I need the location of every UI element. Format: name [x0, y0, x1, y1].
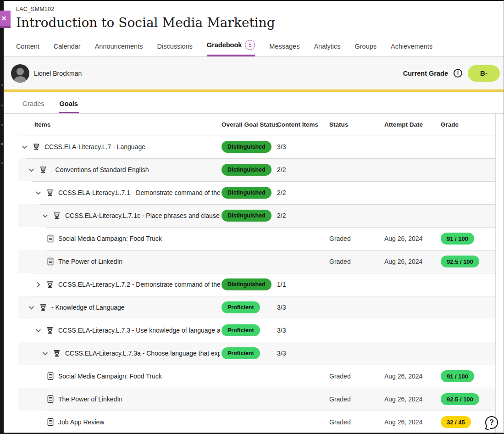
row-divider [46, 388, 495, 388]
gradebook-count-badge: 5 [245, 40, 255, 50]
goal-row[interactable]: CCSS.ELA-Literacy.L.7.1 - Demonstrate co… [18, 181, 495, 204]
goal-row[interactable]: CCSS.ELA-Literacy.L.7.2 - Demonstrate co… [18, 273, 495, 296]
goals-table-body: CCSS.ELA-Literacy.L.7 - LanguageDistingu… [18, 135, 495, 434]
help-icon[interactable]: ? [485, 416, 498, 429]
row-divider [46, 250, 495, 250]
goal-name: CCSS.ELA-Literacy.L.7.1c - Place phrases… [65, 212, 220, 219]
tab-achievements[interactable]: Achievements [391, 43, 432, 56]
course-code: LAC_SMM102 [16, 6, 504, 12]
tab-analytics[interactable]: Analytics [314, 43, 340, 56]
close-icon: ✕ [1, 15, 7, 22]
goal-name: CCSS.ELA-Literacy.L.7 - Language [44, 143, 145, 150]
tab-groups[interactable]: Groups [354, 43, 377, 56]
content-items-count: 2/2 [274, 212, 328, 219]
row-divider [26, 296, 495, 296]
content-items-count: 3/3 [274, 350, 328, 357]
tab-messages[interactable]: Messages [269, 43, 299, 56]
header-overall-goal-status: Overall Goal Status [220, 121, 274, 128]
header-content-items: Content Items [274, 121, 328, 128]
content-item-row[interactable]: Social Media Campaign: Food TruckGradedA… [18, 227, 495, 250]
content-item-row[interactable]: Job App ReviewGradedAug 26, 202432 / 45 [18, 411, 495, 434]
goal-name: - Knowledge of Language [51, 304, 125, 311]
status-value: Graded [328, 418, 383, 426]
row-divider [33, 273, 495, 273]
chevron-down-icon[interactable] [21, 143, 28, 150]
header-status: Status [328, 121, 383, 128]
content-item-row[interactable]: The Power of LinkedInGradedAug 26, 20249… [18, 388, 495, 411]
goals-table-header: Items Overall Goal Status Content Items … [18, 114, 495, 135]
current-grade-label: Current Grade [403, 70, 448, 77]
chevron-down-icon[interactable] [41, 212, 49, 219]
item-name: The Power of LinkedIn [58, 258, 122, 265]
tab-discussions[interactable]: Discussions [157, 43, 192, 56]
status-value: Graded [328, 373, 383, 380]
status-value: Graded [328, 235, 383, 242]
goal-status-badge: Distinguished [222, 278, 271, 290]
row-divider [33, 319, 495, 319]
avatar [11, 64, 29, 83]
tab-goals[interactable]: Goals [59, 97, 79, 113]
chevron-down-icon[interactable] [34, 327, 42, 334]
goal-trophy-icon [39, 166, 47, 174]
rail-icon [1, 124, 3, 126]
chevron-right-icon[interactable] [34, 281, 42, 288]
gradebook-subtabs: Grades Goals [4, 97, 504, 114]
goal-status-badge: Proficient [222, 301, 260, 313]
row-divider [33, 181, 495, 182]
goal-status-badge: Proficient [222, 324, 260, 336]
goal-trophy-icon [39, 303, 47, 312]
status-value: Graded [328, 258, 383, 265]
goal-name: - Conventions of Standard English [51, 166, 149, 173]
goal-name: CCSS.ELA-Literacy.L.7.2 - Demonstrate co… [58, 281, 220, 288]
grade-pill[interactable]: 92.5 / 100 [441, 256, 479, 267]
close-panel-button[interactable]: ✕ [0, 11, 11, 28]
tab-content[interactable]: Content [16, 43, 39, 56]
item-name: Social Media Campaign: Food Truck [58, 373, 162, 380]
goal-status-badge: Distinguished [222, 187, 271, 199]
rail-icon [1, 143, 3, 145]
tab-gradebook[interactable]: Gradebook 5 [207, 40, 255, 56]
rail-icon [1, 162, 3, 164]
row-divider [26, 158, 495, 159]
chevron-down-icon[interactable] [28, 166, 35, 173]
goal-status-badge: Distinguished [222, 141, 271, 153]
goal-row[interactable]: - Knowledge of LanguageProficient3/3 [18, 296, 495, 319]
goal-row[interactable]: CCSS.ELA-Literacy.L.7.3 - Use knowledge … [18, 319, 495, 342]
goal-row[interactable]: CCSS.ELA-Literacy.L.7.3a - Choose langua… [18, 342, 495, 365]
grade-color-bar [4, 89, 504, 92]
content-items-count: 2/2 [274, 166, 328, 173]
content-items-count: 1/1 [274, 281, 328, 288]
goal-status-badge: Distinguished [222, 210, 271, 222]
tab-grades[interactable]: Grades [22, 97, 45, 113]
goal-row[interactable]: CCSS.ELA-Literacy.L.7 - LanguageDistingu… [18, 135, 495, 158]
attempt-date-value: Aug 26, 2024 [383, 395, 438, 403]
goal-row[interactable]: - Conventions of Standard EnglishDisting… [18, 158, 495, 181]
status-value: Graded [328, 395, 383, 403]
goal-status-badge: Proficient [222, 347, 260, 359]
chevron-down-icon[interactable] [28, 304, 35, 311]
document-icon [47, 234, 54, 243]
tab-calendar[interactable]: Calendar [54, 43, 81, 56]
chevron-down-icon[interactable] [34, 189, 42, 196]
content-items-count: 3/3 [274, 304, 328, 311]
attempt-date-value: Aug 26, 2024 [383, 373, 438, 380]
goal-name: CCSS.ELA-Literacy.L.7.3 - Use knowledge … [58, 327, 220, 334]
content-item-row[interactable]: Social Media Campaign: Food TruckGradedA… [18, 365, 495, 388]
chevron-down-icon[interactable] [41, 350, 49, 357]
grade-pill[interactable]: 32 / 45 [441, 416, 471, 428]
tab-announcements[interactable]: Announcements [95, 43, 143, 56]
goal-trophy-icon [53, 211, 61, 220]
grade-pill[interactable]: 91 / 100 [441, 233, 474, 245]
grade-pill[interactable]: 91 / 100 [441, 370, 474, 382]
row-divider [46, 227, 495, 228]
content-item-row[interactable]: The Power of LinkedInGradedAug 26, 20249… [18, 250, 495, 273]
document-icon [47, 257, 54, 266]
goal-row[interactable]: CCSS.ELA-Literacy.L.7.1c - Place phrases… [18, 204, 495, 227]
current-grade-pill[interactable]: B- [468, 65, 500, 82]
content-items-count: 3/3 [274, 327, 328, 334]
info-icon[interactable]: ! [454, 69, 462, 78]
content-items-count: 2/2 [274, 189, 328, 196]
grade-pill[interactable]: 92.5 / 100 [441, 393, 479, 405]
content-items-count: 3/3 [274, 143, 328, 150]
row-divider [46, 411, 495, 411]
